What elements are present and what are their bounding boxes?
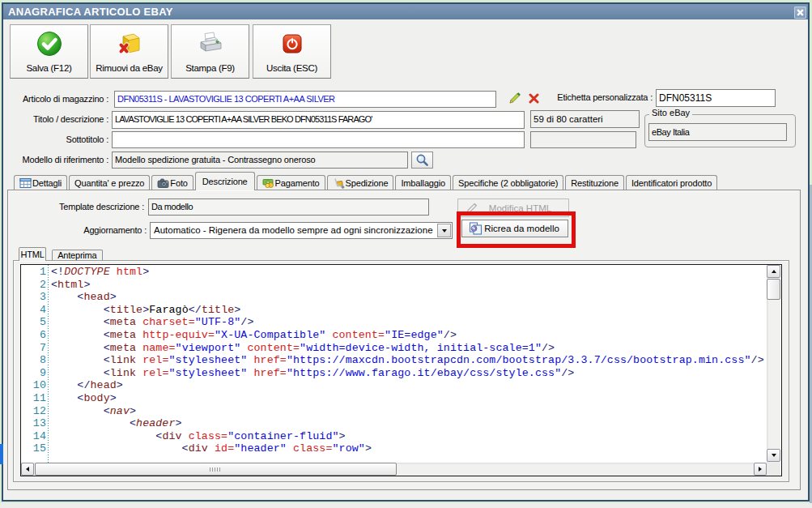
line-number: 14 — [21, 430, 46, 442]
tab-label: Quantita' e prezzo — [74, 178, 144, 188]
tab-label: Spedizione — [346, 178, 389, 188]
thumb-grip — [210, 467, 222, 472]
line-number: 5 — [21, 316, 46, 328]
line-number: 3 — [21, 291, 46, 303]
subtab-html[interactable]: HTML — [19, 247, 46, 261]
exit-button[interactable]: Uscita (ESC) — [253, 24, 331, 79]
code-line: 1<!DOCTYPE html> — [21, 266, 765, 279]
sottotitolo-extra-box — [530, 131, 636, 148]
tab-label: Foto — [170, 178, 187, 188]
magnifier-icon — [415, 153, 429, 167]
tab-label: Pagamento — [275, 178, 320, 188]
code-line: 11 <body> — [21, 392, 765, 405]
tab-imballaggio[interactable]: Imballaggio — [395, 175, 451, 190]
tab-identificatori-prodotto[interactable]: Identificatori prodotto — [626, 175, 717, 190]
sottotitolo-label: Sottotitolo : — [3, 131, 108, 148]
tab-specifiche-2-obbligatorie-[interactable]: Specifiche (2 obbligatorie) — [453, 175, 563, 190]
tab-foto[interactable]: Foto — [151, 175, 193, 190]
code-line: 13 <header> — [21, 417, 765, 430]
etichetta-field[interactable]: DFN05311S — [656, 89, 776, 107]
exit-button-label: Uscita (ESC) — [266, 63, 317, 73]
window-title: ANAGRAFICA ARTICOLO EBAY — [8, 4, 173, 19]
modello-label: Modello di riferimento : — [3, 152, 108, 169]
tab-spedizione[interactable]: Spedizione — [327, 175, 394, 190]
search-modello-button[interactable] — [411, 152, 433, 169]
tab-quantita-e-prezzo[interactable]: Quantita' e prezzo — [69, 175, 150, 190]
tab-restituzione[interactable]: Restituzione — [565, 175, 624, 190]
horizontal-scroll-thumb[interactable] — [35, 463, 397, 476]
code-line: 14 <div class="container-fluid"> — [21, 430, 765, 443]
code-line: 6 <meta http-equiv="X-UA-Compatible" con… — [21, 329, 765, 342]
code-line: 15 <div id="header" class="row"> — [21, 442, 765, 455]
code-line: 3 <head> — [21, 291, 765, 304]
annotation-red-rectangle — [457, 211, 576, 248]
titolo-field[interactable]: LAVASTOVIGLIE 13 COPERTI A+AA SILVER BEK… — [112, 111, 525, 129]
titolo-label: Titolo / descrizione : — [3, 111, 108, 128]
aggiornamento-value: Automatico - Rigenera da modello sempre … — [154, 223, 433, 238]
scroll-left-button[interactable] — [21, 463, 34, 476]
arrow-up-icon — [772, 270, 776, 273]
tab-descrizione[interactable]: Descrizione — [195, 172, 255, 190]
subtab-anteprima[interactable]: Anteprima — [52, 250, 102, 260]
combo-dropdown-button[interactable] — [437, 224, 451, 237]
remove-box-icon — [116, 30, 143, 58]
html-code-editor[interactable]: 1<!DOCTYPE html>2<html>3 <head>4 <title>… — [20, 264, 782, 476]
line-number: 8 — [21, 354, 46, 366]
gutter-separator — [48, 265, 49, 463]
print-button[interactable]: Stampa (F9) — [171, 24, 249, 79]
line-number: 1 — [21, 266, 46, 278]
close-button[interactable] — [794, 6, 806, 19]
chevron-down-icon — [442, 229, 447, 233]
save-button[interactable]: Salva (F12) — [10, 24, 88, 79]
subtab-label: Anteprima — [57, 250, 96, 260]
template-field: Da modello — [148, 199, 429, 216]
scroll-up-button[interactable] — [767, 265, 780, 278]
tab-label: Dettagli — [32, 178, 62, 188]
print-button-label: Stampa (F9) — [185, 63, 235, 73]
save-button-label: Salva (F12) — [26, 63, 71, 73]
exit-power-icon — [278, 30, 306, 58]
articolo-label: Articolo di magazzino : — [3, 91, 108, 108]
sito-ebay-group-label: Sito eBay — [649, 108, 692, 117]
printer-icon — [197, 30, 224, 58]
aggiornamento-label: Aggiornamento : — [3, 222, 147, 239]
line-number: 2 — [21, 279, 46, 291]
code-lines: 1<!DOCTYPE html>2<html>3 <head>4 <title>… — [21, 266, 765, 463]
code-line: 5 <meta charset="UTF-8"/> — [21, 316, 765, 329]
line-number: 12 — [21, 405, 46, 417]
articolo-field[interactable]: DFN05311S - LAVASTOVIGLIE 13 COPERTI A+A… — [114, 91, 496, 108]
line-number: 4 — [21, 304, 46, 316]
main-tab-bar: DettagliQuantita' e prezzoFotoDescrizion… — [14, 167, 719, 190]
line-number: 9 — [21, 367, 46, 379]
remove-button-label: Rimuovi da eBay — [96, 63, 162, 73]
tab-dettagli[interactable]: Dettagli — [14, 175, 67, 190]
sottotitolo-field[interactable] — [112, 131, 525, 148]
close-icon — [797, 9, 804, 16]
aggiornamento-combo[interactable]: Automatico - Rigenera da modello sempre … — [150, 222, 453, 239]
etichetta-label: Etichetta personalizzata : — [489, 89, 653, 106]
code-line: 7 <meta name="viewport" content="width=d… — [21, 342, 765, 355]
remove-from-ebay-button[interactable]: Rimuovi da eBay — [90, 24, 168, 79]
scroll-down-button[interactable] — [767, 449, 780, 462]
line-number: 6 — [21, 329, 46, 341]
tab-label: Imballaggio — [401, 178, 445, 188]
titolo-counter: 59 di 80 caratteri — [530, 110, 640, 128]
vertical-scroll-thumb[interactable] — [767, 279, 780, 300]
dialog-window: ANAGRAFICA ARTICOLO EBAY Salva (F12) Rim… — [3, 4, 808, 500]
code-line: 8 <link rel="stylesheet" href="https://m… — [21, 354, 765, 367]
tab-label: Identificatori prodotto — [631, 178, 712, 188]
template-label: Template descrizione : — [3, 199, 144, 216]
vertical-scrollbar[interactable] — [767, 265, 780, 463]
shipping-icon — [333, 177, 344, 189]
desktop-blue-sliver — [0, 444, 3, 464]
sito-ebay-field: eBay Italia — [648, 123, 787, 141]
title-bar[interactable]: ANAGRAFICA ARTICOLO EBAY — [3, 4, 808, 19]
scroll-right-button[interactable] — [754, 463, 767, 476]
code-line: 4 <title>Faragò</title> — [21, 304, 765, 317]
horizontal-scrollbar[interactable] — [21, 463, 767, 476]
tab-pagamento[interactable]: Pagamento — [257, 175, 325, 190]
arrow-down-icon — [772, 454, 776, 457]
editor-subtab-bar: HTMLAnteprima — [19, 246, 108, 260]
money-icon — [262, 177, 274, 189]
table-icon — [19, 177, 31, 189]
